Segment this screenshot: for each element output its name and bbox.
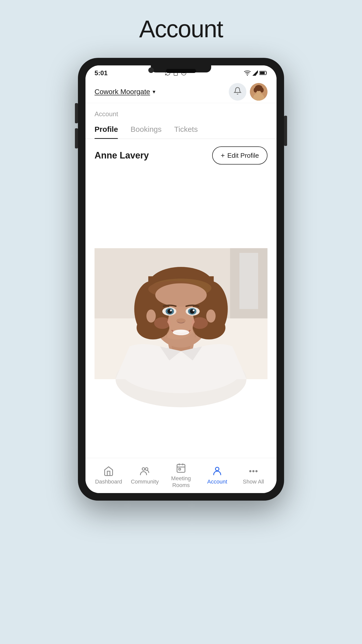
status-bar: 5:01	[85, 65, 277, 80]
nav-item-show-all[interactable]: Show All	[238, 466, 268, 485]
more-dots-icon	[248, 466, 259, 476]
svg-point-33	[155, 283, 207, 307]
status-time: 5:01	[95, 69, 108, 77]
status-icons-right	[244, 70, 267, 76]
battery-icon	[259, 71, 267, 75]
svg-point-41	[193, 309, 194, 311]
nav-item-account[interactable]: Account	[202, 466, 232, 485]
profile-name: Anne Lavery	[95, 150, 149, 161]
svg-point-55	[215, 467, 219, 471]
svg-point-3	[247, 75, 248, 76]
nav-label-meeting-rooms: Meeting Rooms	[171, 475, 191, 489]
svg-rect-17	[239, 253, 258, 309]
tab-profile[interactable]: Profile	[95, 120, 118, 139]
signal-icon	[252, 70, 258, 76]
bottom-nav: Dashboard Community	[85, 458, 277, 493]
svg-rect-7	[260, 72, 265, 74]
edit-profile-label: Edit Profile	[227, 152, 259, 159]
nav-item-meeting-rooms[interactable]: Meeting Rooms	[166, 463, 196, 489]
home-icon	[103, 466, 114, 476]
svg-point-58	[256, 471, 257, 472]
nav-label-show-all: Show All	[243, 478, 264, 485]
app-header: Cowork Moorgate ▾	[85, 80, 277, 103]
volume-up-button	[75, 103, 78, 123]
svg-point-57	[253, 471, 254, 472]
profile-header: Anne Lavery + Edit Profile	[85, 139, 277, 170]
wifi-icon	[244, 70, 251, 76]
community-icon	[140, 466, 150, 476]
power-button	[284, 116, 287, 146]
nav-item-community[interactable]: Community	[130, 466, 160, 485]
user-avatar-button[interactable]	[250, 83, 267, 101]
svg-point-46	[146, 309, 156, 323]
volume-down-button	[75, 128, 78, 148]
plus-icon: +	[221, 151, 225, 159]
nav-label-community: Community	[131, 478, 159, 485]
svg-point-37	[170, 309, 172, 311]
svg-point-48	[142, 468, 145, 470]
tab-bookings[interactable]: Bookings	[130, 120, 161, 139]
workspace-selector[interactable]: Cowork Moorgate ▾	[95, 88, 155, 96]
phone-shell: 5:01	[78, 58, 284, 501]
page-title: Account	[139, 15, 223, 43]
svg-point-43	[173, 330, 189, 335]
edit-profile-button[interactable]: + Edit Profile	[212, 146, 267, 165]
svg-point-47	[206, 309, 215, 323]
chevron-down-icon: ▾	[153, 89, 155, 95]
profile-photo	[95, 170, 267, 458]
svg-point-45	[192, 317, 208, 329]
svg-point-13	[260, 88, 264, 93]
phone-speaker	[166, 69, 196, 73]
bell-icon	[234, 87, 242, 97]
svg-rect-54	[179, 468, 180, 470]
account-section-label: Account	[85, 103, 277, 118]
phone-camera	[148, 67, 154, 73]
person-icon	[212, 466, 222, 476]
phone-screen: 5:01	[85, 65, 277, 493]
notification-bell-button[interactable]	[229, 83, 246, 101]
workspace-name: Cowork Moorgate	[95, 88, 150, 96]
svg-point-56	[250, 471, 251, 472]
nav-label-account: Account	[207, 478, 227, 485]
tabs-bar: Profile Bookings Tickets	[85, 120, 277, 139]
nav-label-dashboard: Dashboard	[95, 478, 122, 485]
nav-item-dashboard[interactable]: Dashboard	[94, 466, 124, 485]
header-actions	[229, 83, 267, 101]
avatar	[250, 83, 267, 101]
tab-tickets[interactable]: Tickets	[174, 120, 198, 139]
profile-photo-container	[95, 170, 267, 458]
calendar-icon	[176, 463, 186, 473]
svg-point-12	[254, 88, 257, 93]
svg-point-44	[154, 317, 170, 329]
svg-rect-50	[177, 464, 185, 472]
